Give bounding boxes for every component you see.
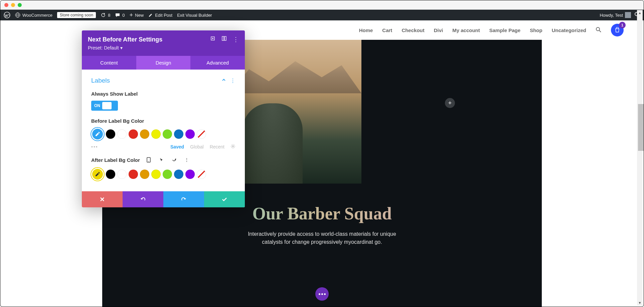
site-link[interactable]: WooCommerce — [15, 12, 52, 18]
edit-post-link[interactable]: Edit Post — [148, 13, 172, 18]
tab-design[interactable]: Design — [136, 56, 191, 70]
palette-tab-recent[interactable]: Recent — [210, 144, 224, 149]
reset-icon[interactable] — [170, 156, 178, 164]
save-button[interactable] — [204, 191, 245, 207]
eyedropper-button[interactable] — [91, 168, 104, 181]
swatch-black[interactable] — [106, 170, 115, 179]
store-status-badge[interactable]: Store coming soon — [57, 12, 96, 18]
swatch-blue[interactable] — [174, 129, 183, 139]
nav-cart[interactable]: Cart — [382, 27, 392, 33]
nav-shop[interactable]: Shop — [530, 27, 542, 33]
nav-uncat[interactable]: Uncategorized — [552, 27, 586, 33]
panel-tabs: Content Design Advanced — [82, 56, 245, 70]
minimize-window-icon[interactable] — [11, 3, 15, 7]
tab-content[interactable]: Content — [82, 56, 136, 70]
swatch-yellow[interactable] — [151, 129, 161, 139]
swatch-black[interactable] — [106, 129, 115, 139]
page-subtitle: Interactively provide access to world-cl… — [102, 230, 542, 246]
swatch-green[interactable] — [163, 129, 172, 139]
svg-point-6 — [596, 27, 600, 31]
section-labels-title[interactable]: Labels — [91, 77, 110, 84]
scroll-down-icon[interactable]: ▼ — [637, 300, 643, 306]
plus-icon: + — [130, 12, 133, 19]
device-icon[interactable] — [145, 156, 153, 164]
wp-logo-icon[interactable] — [4, 12, 10, 18]
swatch-white[interactable] — [117, 170, 127, 179]
comments-link[interactable]: 0 — [115, 12, 125, 18]
swatch-white[interactable] — [117, 129, 127, 139]
swatch-yellow[interactable] — [151, 170, 161, 179]
swatch-red[interactable] — [129, 170, 138, 179]
toggle-handle — [102, 102, 112, 109]
chevron-down-icon: ▾ — [120, 45, 123, 50]
close-icon — [100, 197, 105, 202]
before-color-label: Before Label Bg Color — [91, 118, 235, 124]
swatch-transparent[interactable] — [197, 170, 206, 179]
cart-button[interactable]: 1 — [611, 24, 624, 36]
hover-icon[interactable] — [157, 156, 165, 164]
undo-icon — [140, 196, 146, 202]
search-icon[interactable] — [596, 27, 602, 34]
maximize-window-icon[interactable] — [18, 3, 22, 7]
add-module-button[interactable]: + — [445, 98, 455, 108]
scroll-up-icon[interactable]: ▲ — [637, 10, 643, 16]
globe-icon — [15, 12, 20, 18]
scrollbar-track[interactable]: ▲ ▼ — [637, 10, 643, 306]
window-controls — [0, 0, 644, 10]
palette-more-icon[interactable]: ••• — [91, 144, 98, 149]
field-more-icon[interactable]: ⋮ — [183, 156, 191, 164]
browser-window: WooCommerce Store coming soon 8 0 +New E… — [0, 0, 644, 307]
more-icon[interactable]: ⋮ — [233, 36, 239, 43]
undo-button[interactable] — [123, 191, 163, 207]
panel-title: Next Before After Settings — [88, 36, 162, 43]
gear-icon[interactable] — [230, 144, 235, 150]
svg-rect-11 — [224, 36, 226, 40]
nav-home[interactable]: Home — [359, 27, 373, 33]
refresh-icon — [101, 12, 106, 18]
expand-icon[interactable] — [221, 36, 227, 43]
nav-checkout[interactable]: Checkout — [401, 27, 424, 33]
always-show-label: Always Show Label — [91, 91, 235, 97]
comment-icon — [115, 12, 120, 18]
nav-account[interactable]: My account — [452, 27, 480, 33]
snap-icon[interactable] — [210, 36, 215, 43]
builder-fab-button[interactable] — [315, 287, 329, 301]
nav-sample[interactable]: Sample Page — [489, 27, 520, 33]
collapse-icon[interactable] — [221, 78, 226, 84]
swatch-purple[interactable] — [185, 129, 195, 139]
howdy-link[interactable]: Howdy, Test — [600, 12, 631, 18]
panel-footer — [82, 191, 245, 207]
redo-button[interactable] — [163, 191, 204, 207]
svg-point-12 — [232, 146, 234, 147]
palette-tab-global[interactable]: Global — [190, 144, 203, 149]
swatch-orange[interactable] — [140, 170, 149, 179]
before-swatch-row — [91, 128, 235, 140]
preset-dropdown[interactable]: Preset: Default ▾ — [88, 45, 239, 50]
swatch-transparent[interactable] — [197, 129, 206, 139]
exit-builder-link[interactable]: Exit Visual Builder — [177, 13, 212, 18]
swatch-red[interactable] — [129, 129, 138, 139]
tab-advanced[interactable]: Advanced — [190, 56, 245, 70]
svg-rect-10 — [222, 36, 224, 40]
eyedropper-icon — [95, 131, 101, 137]
nav-divi[interactable]: Divi — [434, 27, 443, 33]
woocommerce-label: WooCommerce — [22, 13, 52, 18]
swatch-green[interactable] — [163, 170, 172, 179]
scrollbar-thumb[interactable] — [638, 104, 644, 151]
toggle-state: ON — [92, 103, 100, 108]
section-more-icon[interactable]: ⋮ — [230, 78, 235, 84]
close-window-icon[interactable] — [4, 3, 8, 7]
redo-icon — [181, 196, 187, 202]
always-show-toggle[interactable]: ON — [91, 101, 118, 111]
eyedropper-button[interactable] — [91, 128, 104, 140]
after-swatch-row — [91, 168, 235, 181]
swatch-purple[interactable] — [185, 170, 195, 179]
palette-tab-saved[interactable]: Saved — [170, 144, 184, 149]
updates-link[interactable]: 8 — [101, 12, 110, 18]
swatch-blue[interactable] — [174, 170, 183, 179]
new-link[interactable]: +New — [130, 12, 144, 19]
svg-line-7 — [599, 30, 601, 32]
svg-point-14 — [148, 161, 149, 162]
swatch-orange[interactable] — [140, 129, 149, 139]
cancel-button[interactable] — [82, 191, 123, 207]
